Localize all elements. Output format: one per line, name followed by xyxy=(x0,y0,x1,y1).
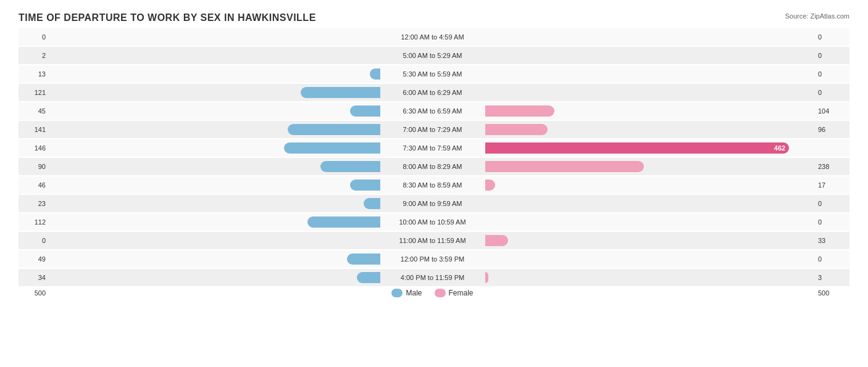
time-label: 8:30 AM to 8:59 AM xyxy=(380,181,485,189)
left-value: 34 xyxy=(19,274,49,281)
male-bar-area xyxy=(49,160,380,173)
male-label: Male xyxy=(406,289,422,297)
time-label: 10:00 AM to 10:59 AM xyxy=(380,218,485,226)
right-value: 0 xyxy=(816,89,849,96)
left-value: 2 xyxy=(19,52,49,59)
left-value: 146 xyxy=(19,144,49,152)
time-label: 8:00 AM to 8:29 AM xyxy=(380,163,485,170)
left-value: 141 xyxy=(19,126,49,133)
left-value: 0 xyxy=(19,33,49,41)
right-value: 0 xyxy=(816,70,849,78)
right-value: 3 xyxy=(816,274,849,281)
time-label: 6:30 AM to 6:59 AM xyxy=(380,107,485,115)
female-bar xyxy=(485,179,495,191)
male-bar xyxy=(350,179,380,191)
male-bar-area xyxy=(49,31,380,43)
female-bar-area xyxy=(485,216,816,228)
female-bar xyxy=(485,105,554,117)
male-bar xyxy=(357,272,380,283)
time-label: 6:00 AM to 6:29 AM xyxy=(380,89,485,96)
female-bar xyxy=(485,161,644,172)
time-label: 7:30 AM to 7:59 AM xyxy=(380,144,485,152)
left-value: 45 xyxy=(19,107,49,115)
bars-section: 5:00 AM to 5:29 AM xyxy=(49,49,816,62)
right-value: 0 xyxy=(816,255,849,263)
male-swatch xyxy=(391,289,403,297)
male-bar-area xyxy=(49,123,380,136)
female-bar-area xyxy=(485,197,816,210)
bars-section: 12:00 PM to 3:59 PM xyxy=(49,253,816,265)
legend-male: Male xyxy=(391,289,422,297)
right-value: 0 xyxy=(816,218,849,226)
male-bar xyxy=(301,87,380,98)
time-label: 5:30 AM to 5:59 AM xyxy=(380,70,485,78)
left-value: 23 xyxy=(19,200,49,207)
male-bar-area xyxy=(49,234,380,247)
time-label: 12:00 PM to 3:59 PM xyxy=(380,255,485,263)
chart-row: 13 5:30 AM to 5:59 AM 0 xyxy=(19,65,849,83)
male-bar xyxy=(288,124,380,135)
chart-row: 0 11:00 AM to 11:59 AM 33 xyxy=(19,232,849,249)
male-bar xyxy=(320,161,380,172)
female-bar xyxy=(485,235,508,246)
chart-row: 112 10:00 AM to 10:59 AM 0 xyxy=(19,213,849,231)
chart-row: 23 9:00 AM to 9:59 AM 0 xyxy=(19,195,849,212)
bars-section: 11:00 AM to 11:59 AM xyxy=(49,234,816,247)
female-bar-area xyxy=(485,253,816,265)
bars-section: 5:30 AM to 5:59 AM xyxy=(49,68,816,80)
male-bar xyxy=(370,68,380,80)
female-label: Female xyxy=(449,289,474,297)
male-bar xyxy=(350,105,380,117)
right-value: 104 xyxy=(816,107,849,115)
male-bar-area xyxy=(49,142,380,154)
male-bar-area xyxy=(49,86,380,99)
left-value: 90 xyxy=(19,163,49,170)
male-bar-area xyxy=(49,253,380,265)
female-bar-area xyxy=(485,31,816,43)
right-value: 17 xyxy=(816,181,849,189)
source-label: Source: ZipAtlas.com xyxy=(785,12,849,20)
right-value: 0 xyxy=(816,33,849,41)
female-bar: 462 xyxy=(485,142,790,154)
chart-container: TIME OF DEPARTURE TO WORK BY SEX IN HAWK… xyxy=(0,0,868,367)
bars-section: 4:00 PM to 11:59 PM xyxy=(49,271,816,284)
female-bar-area xyxy=(485,86,816,99)
female-bar-area xyxy=(485,179,816,191)
male-bar-area xyxy=(49,216,380,228)
bars-section: 6:30 AM to 6:59 AM xyxy=(49,105,816,117)
chart-row: 2 5:00 AM to 5:29 AM 0 xyxy=(19,47,849,64)
axis-left-label: 500 xyxy=(19,289,49,297)
bars-section: 12:00 AM to 4:59 AM xyxy=(49,31,816,43)
male-bar-area xyxy=(49,49,380,62)
bars-section: 6:00 AM to 6:29 AM xyxy=(49,86,816,99)
legend: Male Female xyxy=(49,289,816,297)
chart-row: 146 7:30 AM to 7:59 AM 462 xyxy=(19,139,849,157)
left-value: 13 xyxy=(19,70,49,78)
male-bar-area xyxy=(49,105,380,117)
female-bar-area xyxy=(485,123,816,136)
male-bar-area xyxy=(49,179,380,191)
chart-row: 45 6:30 AM to 6:59 AM 104 xyxy=(19,102,849,120)
axis-row: 500 Male Female 500 xyxy=(19,289,849,297)
chart-row: 0 12:00 AM to 4:59 AM 0 xyxy=(19,28,849,46)
male-bar xyxy=(364,198,380,209)
right-value: 0 xyxy=(816,200,849,207)
male-bar-area xyxy=(49,68,380,80)
time-label: 5:00 AM to 5:29 AM xyxy=(380,52,485,59)
left-value: 49 xyxy=(19,255,49,263)
left-value: 0 xyxy=(19,237,49,244)
chart-row: 121 6:00 AM to 6:29 AM 0 xyxy=(19,84,849,101)
axis-right-label: 500 xyxy=(816,289,849,297)
time-label: 12:00 AM to 4:59 AM xyxy=(380,33,485,41)
chart-row: 49 12:00 PM to 3:59 PM 0 xyxy=(19,250,849,268)
male-bar-area xyxy=(49,271,380,284)
time-label: 11:00 AM to 11:59 AM xyxy=(380,237,485,244)
male-bar xyxy=(347,254,380,265)
chart-row: 46 8:30 AM to 8:59 AM 17 xyxy=(19,176,849,194)
bars-section: 7:00 AM to 7:29 AM xyxy=(49,123,816,136)
female-bar-area xyxy=(485,271,816,284)
female-bar-area xyxy=(485,105,816,117)
male-bar xyxy=(284,142,380,154)
left-value: 112 xyxy=(19,218,49,226)
chart-area: 0 12:00 AM to 4:59 AM 0 2 5:00 AM to 5:2… xyxy=(19,28,849,286)
